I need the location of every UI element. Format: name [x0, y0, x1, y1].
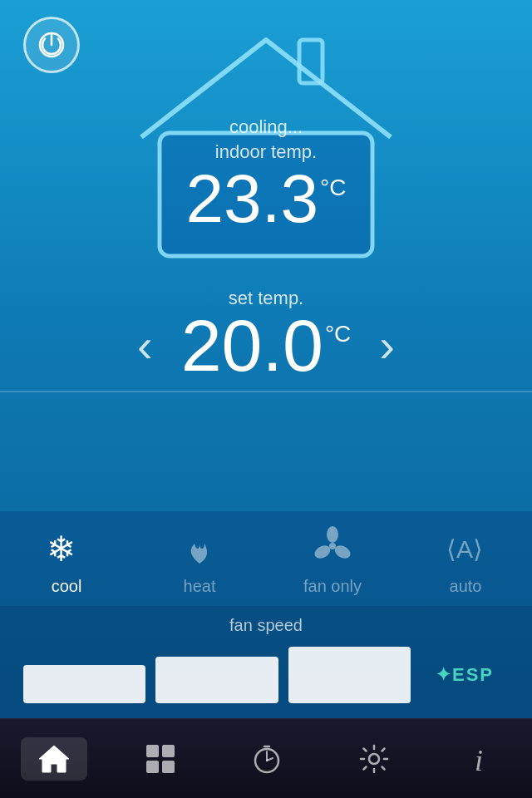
set-temp-value: 20.0: [181, 309, 323, 382]
mode-fan-label: fan only: [303, 577, 362, 596]
fan-speed-label: fan speed: [23, 616, 509, 635]
fan-section: fan speed ✦ESP: [0, 606, 532, 718]
main-area: cooling... indoor temp. 23.3 °C set temp…: [0, 0, 532, 511]
indoor-temp-unit: °C: [320, 176, 346, 200]
mode-auto-label: auto: [450, 577, 482, 596]
nav-home[interactable]: [21, 737, 87, 781]
mode-cool-label: cool: [52, 577, 82, 596]
section-divider: [0, 391, 532, 392]
svg-rect-15: [162, 761, 175, 773]
mode-row: ❄ cool heat fan only: [0, 526, 532, 596]
svg-point-6: [327, 526, 338, 543]
svg-rect-12: [146, 745, 159, 757]
indoor-temp-value: 23.3: [185, 165, 318, 233]
nav-settings[interactable]: [341, 736, 407, 782]
nav-grid[interactable]: [128, 736, 193, 781]
fan-bar-2[interactable]: [155, 657, 278, 703]
heat-icon: [181, 527, 218, 572]
mode-section: ❄ cool heat fan only: [0, 511, 532, 606]
mode-cool[interactable]: ❄ cool: [17, 526, 116, 596]
svg-text:⟨A⟩: ⟨A⟩: [446, 535, 483, 563]
svg-line-18: [267, 758, 273, 761]
svg-rect-13: [162, 745, 175, 757]
fan-bar-1[interactable]: [23, 665, 145, 703]
temp-increase-button[interactable]: ›: [371, 323, 403, 369]
status-label: cooling...: [229, 116, 303, 138]
temp-decrease-button[interactable]: ‹: [129, 323, 161, 369]
svg-text:❄: ❄: [47, 530, 76, 566]
svg-text:✦ESP: ✦ESP: [436, 664, 494, 685]
cool-icon: ❄: [47, 526, 86, 572]
set-temp-area: set temp. ‹ 20.0 °C ›: [129, 288, 403, 382]
svg-rect-14: [146, 761, 159, 773]
mode-heat[interactable]: heat: [150, 527, 249, 596]
set-temp-display: 20.0 °C: [181, 309, 352, 382]
svg-point-20: [369, 754, 379, 764]
fan-bar-3[interactable]: [288, 647, 411, 703]
svg-marker-11: [39, 746, 69, 772]
svg-text:i: i: [475, 744, 483, 776]
esp-logo: ✦ESP: [434, 658, 509, 692]
indoor-temp-display: 23.3 °C: [185, 165, 346, 233]
mode-fan[interactable]: fan only: [283, 526, 382, 596]
set-temp-row: ‹ 20.0 °C ›: [129, 309, 403, 382]
mode-heat-label: heat: [184, 577, 216, 596]
fan-icon: [313, 526, 352, 572]
bottom-nav: i: [0, 718, 532, 798]
svg-point-5: [329, 543, 336, 549]
mode-auto[interactable]: ⟨A⟩ auto: [416, 526, 515, 596]
power-button[interactable]: [23, 17, 80, 73]
nav-info[interactable]: i: [448, 736, 511, 782]
nav-timer[interactable]: [234, 736, 299, 781]
house-display: cooling... indoor temp. 23.3 °C: [116, 25, 416, 274]
set-temp-unit: °C: [325, 323, 351, 346]
fan-bars-row: ✦ESP: [23, 647, 509, 703]
auto-icon: ⟨A⟩: [443, 526, 488, 572]
